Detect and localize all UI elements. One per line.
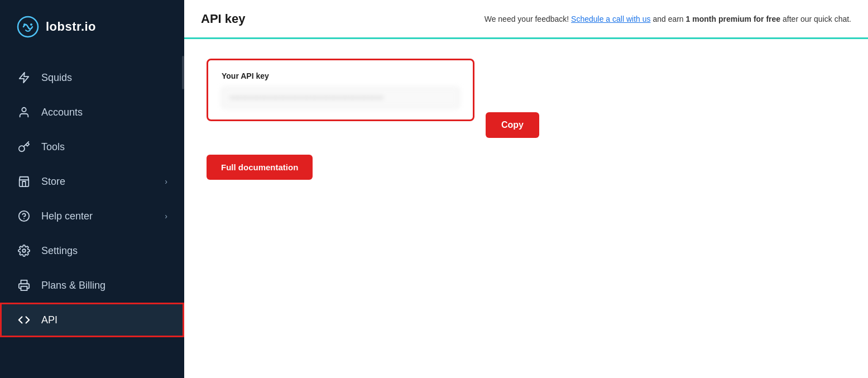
feedback-link[interactable]: Schedule a call with us: [571, 15, 650, 23]
sidebar-item-settings-label: Settings: [41, 245, 78, 257]
full-documentation-button[interactable]: Full documentation: [207, 155, 313, 180]
scroll-indicator: [182, 56, 184, 89]
sidebar-item-accounts[interactable]: Accounts: [0, 95, 184, 130]
help-chevron-icon: ›: [165, 212, 167, 221]
sidebar-item-settings[interactable]: Settings: [0, 233, 184, 268]
logo-text: lobstr.io: [46, 20, 96, 34]
key-icon: [17, 140, 31, 154]
sidebar-item-plans-billing[interactable]: Plans & Billing: [0, 268, 184, 303]
sidebar-item-store-label: Store: [41, 176, 65, 188]
feedback-end: after our quick chat.: [780, 15, 851, 23]
svg-point-4: [22, 108, 26, 112]
svg-point-2: [30, 23, 32, 26]
api-key-row: Your API key Copy: [207, 59, 846, 138]
sidebar-item-help-center-label: Help center: [41, 210, 93, 222]
sidebar-item-help-center[interactable]: Help center ›: [0, 199, 184, 233]
api-key-input[interactable]: [222, 87, 459, 108]
content-area: Your API key Copy Full documentation: [184, 39, 868, 378]
main-content: API key We need your feedback! Schedule …: [184, 0, 868, 378]
svg-marker-3: [20, 73, 29, 83]
sidebar-item-store[interactable]: Store ›: [0, 164, 184, 199]
sidebar-item-plans-billing-label: Plans & Billing: [41, 280, 105, 291]
api-key-label: Your API key: [222, 71, 459, 80]
code-icon: [17, 313, 31, 327]
svg-point-1: [23, 23, 26, 26]
feedback-bold: 1 month premium for free: [686, 15, 781, 23]
sidebar-item-api-label: API: [41, 314, 57, 326]
svg-rect-8: [21, 286, 27, 290]
api-key-card: Your API key: [207, 59, 474, 121]
top-bar: API key We need your feedback! Schedule …: [184, 0, 868, 39]
user-icon: [17, 105, 31, 119]
store-icon: [17, 174, 31, 189]
sidebar-item-tools[interactable]: Tools: [0, 130, 184, 164]
logo[interactable]: lobstr.io: [0, 0, 184, 55]
sidebar-item-accounts-label: Accounts: [41, 107, 83, 118]
sidebar-item-api[interactable]: API: [0, 303, 184, 337]
feedback-after: and earn: [653, 15, 685, 23]
svg-point-7: [22, 249, 26, 252]
store-chevron-icon: ›: [165, 177, 167, 186]
receipt-icon: [17, 278, 31, 293]
help-icon: [17, 209, 31, 223]
page-title: API key: [201, 12, 246, 26]
feedback-text: We need your feedback!: [485, 15, 569, 23]
copy-button[interactable]: Copy: [486, 112, 539, 138]
gear-icon: [17, 243, 31, 258]
sidebar-item-tools-label: Tools: [41, 141, 65, 153]
sidebar-item-squids-label: Squids: [41, 72, 72, 84]
sidebar-item-squids[interactable]: Squids: [0, 60, 184, 95]
bolt-icon: [17, 70, 31, 85]
sidebar: lobstr.io Squids Accounts: [0, 0, 184, 378]
logo-icon: [17, 16, 39, 38]
feedback-banner: We need your feedback! Schedule a call w…: [485, 15, 851, 23]
sidebar-nav: Squids Accounts Tools: [0, 55, 184, 378]
